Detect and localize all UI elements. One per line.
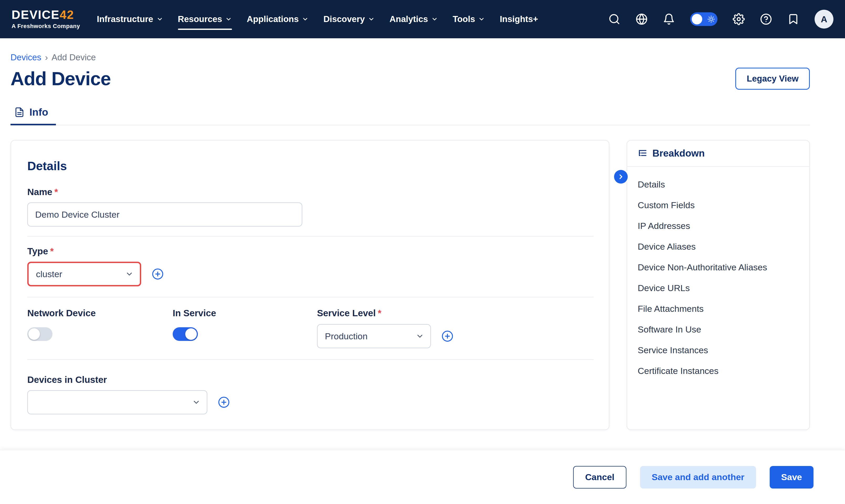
- bookmark-icon[interactable]: [787, 13, 799, 25]
- nav-item-label: Tools: [453, 14, 475, 24]
- page-content: Devices › Add Device Add Device Legacy V…: [0, 52, 845, 430]
- cards-row: Details Name * Type * cluster: [11, 140, 810, 430]
- breakdown-item-details[interactable]: Details: [638, 174, 799, 195]
- divider: [27, 297, 594, 298]
- add-device-icon[interactable]: [218, 396, 230, 408]
- footer-action-bar: Cancel Save and add another Save: [0, 450, 845, 504]
- globe-icon[interactable]: [636, 13, 648, 25]
- network-device-toggle[interactable]: [27, 327, 52, 341]
- type-select[interactable]: cluster: [27, 262, 141, 286]
- service-level-field: Service Level * Production: [317, 308, 594, 348]
- breakdown-item-custom-fields[interactable]: Custom Fields: [638, 195, 799, 216]
- nav-item-applications[interactable]: Applications: [247, 10, 309, 28]
- logo-42-text: 42: [59, 8, 74, 21]
- toggles-row: Network Device In Service: [27, 308, 594, 348]
- network-device-label: Network Device: [27, 308, 173, 318]
- chevron-down-icon: [302, 16, 309, 22]
- service-level-label: Service Level *: [317, 308, 594, 318]
- devices-in-cluster-row: [27, 390, 594, 414]
- nav-item-label: Resources: [178, 14, 222, 24]
- search-icon[interactable]: [608, 13, 620, 25]
- required-marker: *: [54, 187, 58, 197]
- devices-in-cluster-select[interactable]: [27, 390, 207, 414]
- cancel-button[interactable]: Cancel: [573, 466, 627, 488]
- service-level-select[interactable]: Production: [317, 324, 431, 348]
- name-input[interactable]: [27, 202, 302, 227]
- breakdown-header: Breakdown: [627, 141, 809, 167]
- divider: [27, 359, 594, 360]
- add-service-level-icon[interactable]: [441, 330, 454, 342]
- chevron-down-icon: [368, 16, 375, 22]
- in-service-label: In Service: [173, 308, 317, 318]
- device42-logo[interactable]: DEVICE42 A Freshworks Company: [12, 8, 80, 30]
- top-nav: DEVICE42 A Freshworks Company Infrastruc…: [0, 0, 845, 38]
- breakdown-item-software-in-use[interactable]: Software In Use: [638, 319, 799, 340]
- in-service-field: In Service: [173, 308, 317, 348]
- breadcrumb: Devices › Add Device: [11, 52, 810, 62]
- user-avatar[interactable]: A: [814, 10, 833, 29]
- breakdown-list: Details Custom Fields IP Addresses Devic…: [627, 167, 809, 389]
- required-marker: *: [50, 246, 54, 256]
- collapse-panel-button[interactable]: [614, 170, 628, 183]
- in-service-toggle[interactable]: [173, 327, 198, 341]
- breakdown-item-device-aliases[interactable]: Device Aliases: [638, 236, 799, 257]
- nav-item-label: Discovery: [323, 14, 365, 24]
- devices-in-cluster-label-text: Devices in Cluster: [27, 375, 107, 385]
- nav-item-insights-plus[interactable]: Insights+: [500, 10, 538, 28]
- bell-icon[interactable]: [663, 13, 675, 25]
- nav-item-label: Infrastructure: [97, 14, 153, 24]
- name-label: Name *: [27, 187, 594, 197]
- type-select-row: cluster: [27, 262, 594, 286]
- gear-icon[interactable]: [733, 13, 745, 25]
- nav-item-label: Applications: [247, 14, 299, 24]
- nav-item-discovery[interactable]: Discovery: [323, 10, 375, 28]
- save-and-add-another-button[interactable]: Save and add another: [640, 466, 756, 488]
- breadcrumb-separator: ›: [45, 52, 48, 62]
- document-icon: [14, 107, 25, 118]
- in-service-label-text: In Service: [173, 308, 216, 318]
- breakdown-title: Breakdown: [652, 148, 705, 159]
- nav-item-infrastructure[interactable]: Infrastructure: [97, 10, 163, 28]
- page-title: Add Device: [11, 68, 111, 89]
- nav-item-analytics[interactable]: Analytics: [389, 10, 438, 28]
- chevron-down-icon: [416, 332, 424, 340]
- nav-item-resources[interactable]: Resources: [178, 10, 232, 28]
- add-type-icon[interactable]: [152, 268, 164, 280]
- chevron-down-icon: [125, 270, 134, 278]
- nav-item-tools[interactable]: Tools: [453, 10, 485, 28]
- service-level-select-row: Production: [317, 324, 594, 348]
- help-icon[interactable]: [760, 13, 772, 25]
- save-button[interactable]: Save: [770, 466, 813, 488]
- chevron-right-icon: [617, 173, 624, 180]
- breadcrumb-devices-link[interactable]: Devices: [11, 52, 41, 62]
- service-level-select-value: Production: [325, 331, 368, 341]
- divider: [27, 236, 594, 236]
- legacy-view-button[interactable]: Legacy View: [735, 68, 810, 90]
- details-section-title: Details: [27, 159, 594, 173]
- name-label-text: Name: [27, 187, 52, 197]
- breakdown-item-file-attachments[interactable]: File Attachments: [638, 299, 799, 319]
- logo-tagline: A Freshworks Company: [12, 23, 80, 30]
- logo-device-text: DEVICE: [12, 8, 59, 21]
- breakdown-item-ip-addresses[interactable]: IP Addresses: [638, 216, 799, 236]
- breakdown-icon: [638, 148, 648, 158]
- breadcrumb-current: Add Device: [51, 52, 96, 62]
- toggle-knob: [185, 328, 197, 340]
- nav-utilities: A: [608, 10, 833, 29]
- network-device-label-text: Network Device: [27, 308, 96, 318]
- breakdown-item-device-urls[interactable]: Device URLs: [638, 278, 799, 299]
- breakdown-item-certificate-instances[interactable]: Certificate Instances: [638, 361, 799, 381]
- page-header: Add Device Legacy View: [11, 68, 810, 90]
- chevron-down-icon: [431, 16, 438, 22]
- breakdown-item-service-instances[interactable]: Service Instances: [638, 340, 799, 361]
- network-device-field: Network Device: [27, 308, 173, 348]
- details-card: Details Name * Type * cluster: [11, 140, 609, 430]
- tab-info-label: Info: [30, 106, 48, 118]
- breakdown-item-non-authoritative-aliases[interactable]: Device Non-Authoritative Aliases: [638, 257, 799, 278]
- chevron-down-icon: [192, 398, 200, 407]
- type-label: Type *: [27, 246, 594, 256]
- logo-wordmark: DEVICE42: [12, 8, 80, 21]
- toggle-knob: [692, 14, 702, 24]
- tab-info[interactable]: Info: [11, 106, 56, 125]
- theme-toggle[interactable]: [690, 12, 718, 26]
